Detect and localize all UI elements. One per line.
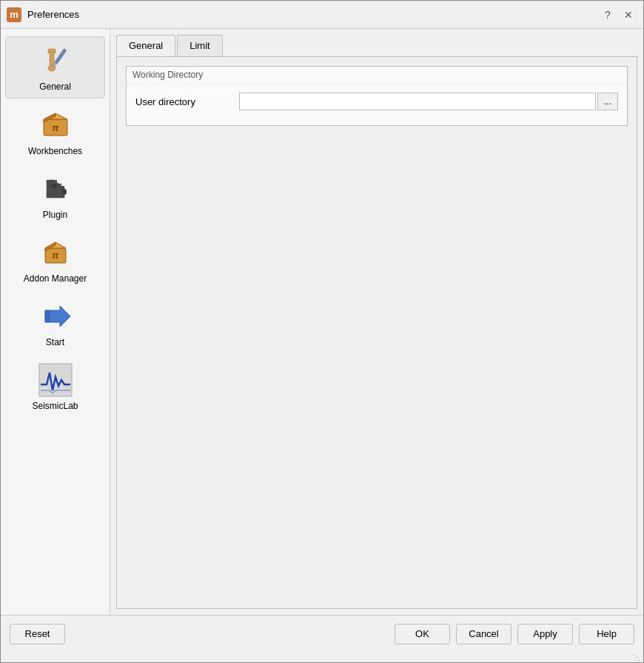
- resize-icon: ⋱: [633, 653, 640, 662]
- sidebar-item-general[interactable]: General: [5, 36, 105, 99]
- section-title-working-directory: Working Directory: [127, 67, 627, 84]
- window-title: Preferences: [27, 9, 599, 20]
- svg-point-13: [51, 184, 57, 188]
- app-icon: m: [7, 7, 21, 22]
- sidebar-item-addon-manager[interactable]: π Addon Manager: [5, 229, 105, 290]
- sidebar-item-plugin-label: Plugin: [43, 210, 67, 220]
- general-icon: [38, 43, 73, 79]
- sidebar-item-start[interactable]: Start: [5, 293, 105, 353]
- cancel-button[interactable]: Cancel: [456, 624, 511, 644]
- footer-left: Reset: [10, 624, 395, 644]
- plugin-icon: [38, 171, 73, 207]
- svg-text:m: m: [10, 9, 19, 20]
- seismiclab-icon: [38, 362, 73, 398]
- sidebar-item-workbenches-label: Workbenches: [28, 146, 82, 156]
- svg-text:π: π: [52, 122, 59, 133]
- sidebar-item-workbenches[interactable]: π Workbenches: [5, 101, 105, 162]
- user-directory-input[interactable]: [239, 93, 596, 110]
- sidebar-item-general-label: General: [39, 81, 71, 92]
- content-area: General π Workbenches: [1, 29, 643, 615]
- help-button[interactable]: ?: [599, 6, 617, 24]
- svg-point-14: [62, 189, 67, 195]
- start-icon: [38, 299, 73, 334]
- sidebar-item-seismiclab-label: SeismicLab: [32, 401, 78, 411]
- tabs: General Limit: [116, 35, 637, 57]
- working-directory-section: Working Directory User directory ...: [126, 66, 628, 126]
- svg-rect-5: [54, 49, 66, 64]
- apply-button[interactable]: Apply: [517, 624, 573, 644]
- workbenches-icon: π: [38, 107, 73, 143]
- tab-limit[interactable]: Limit: [177, 35, 222, 56]
- section-content: User directory ...: [127, 84, 627, 125]
- footer: Reset OK Cancel Apply Help: [1, 615, 643, 652]
- resize-grip[interactable]: ⋱: [1, 652, 643, 662]
- titlebar-controls: ? ✕: [599, 6, 637, 24]
- user-directory-row: User directory ...: [135, 93, 618, 110]
- ok-button[interactable]: OK: [395, 624, 450, 644]
- sidebar-item-addon-manager-label: Addon Manager: [24, 273, 87, 284]
- sidebar-item-seismiclab[interactable]: SeismicLab: [5, 356, 105, 417]
- footer-right: OK Cancel Apply Help: [395, 624, 634, 644]
- svg-marker-20: [45, 310, 50, 322]
- reset-button[interactable]: Reset: [10, 624, 65, 644]
- browse-button[interactable]: ...: [597, 93, 618, 110]
- help-footer-button[interactable]: Help: [579, 624, 634, 644]
- preferences-window: m Preferences ? ✕: [0, 0, 644, 663]
- main-panel: General Limit Working Directory User dir…: [110, 29, 643, 615]
- tab-content-general: Working Directory User directory ...: [116, 57, 637, 609]
- user-directory-label: User directory: [135, 96, 239, 107]
- tab-general[interactable]: General: [116, 35, 175, 56]
- sidebar: General π Workbenches: [1, 29, 110, 615]
- sidebar-item-start-label: Start: [46, 337, 64, 347]
- titlebar: m Preferences ? ✕: [1, 1, 643, 29]
- close-button[interactable]: ✕: [620, 6, 637, 24]
- addon-manager-icon: π: [38, 235, 73, 270]
- sidebar-item-plugin[interactable]: Plugin: [5, 165, 105, 226]
- svg-text:π: π: [52, 250, 59, 261]
